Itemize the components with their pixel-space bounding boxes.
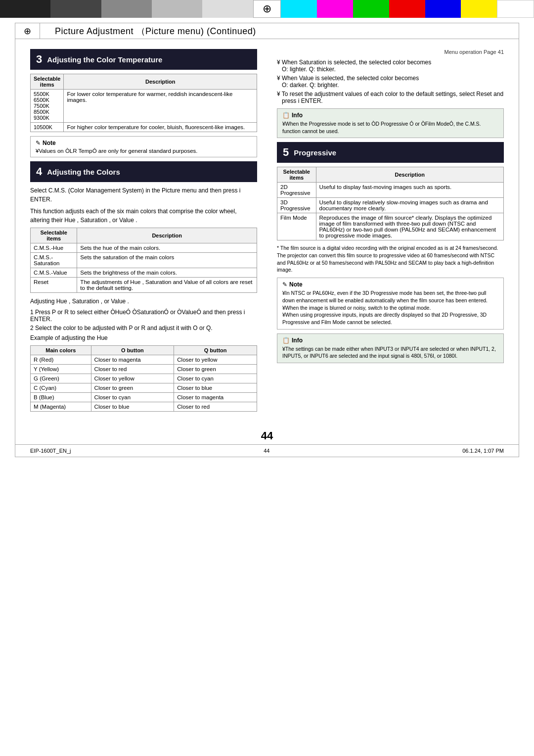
section4-intro1: Select C.M.S. (Color Management System) … (30, 186, 257, 204)
section3-number: 3 (36, 53, 42, 66)
white-bar (497, 0, 534, 18)
main-content: 3 Adjusting the Color Temperature Select… (15, 39, 519, 425)
page-number-display: 44 (15, 425, 519, 444)
s5-desc-3d: Useful to display relatively slow-moving… (316, 198, 504, 213)
section5-note: ✎ Note ¥In NTSC or PAL60Hz, even if the … (277, 278, 504, 329)
section4-heading: 4 Adjusting the Colors (30, 161, 257, 182)
info1-text: ¥When the Progressive mode is set to ÒD … (282, 120, 498, 135)
s4-desc-value: Sets the brightness of the main colors. (77, 268, 257, 278)
hue-col2: O button (91, 346, 174, 355)
section3-note-title: ✎ Note (36, 140, 252, 146)
s4-item-hue: C.M.S.-Hue (31, 243, 77, 253)
hue-color-yellow: Y (Yellow) (31, 365, 91, 374)
section5-note-title: ✎ Note (282, 281, 498, 288)
section3-row-2: 10500K For higher color temperature for … (31, 123, 257, 132)
section3-item-2: 10500K (31, 123, 64, 132)
note-icon-5: ✎ (282, 281, 287, 288)
s4-desc-saturation: Sets the saturation of the main colors (77, 253, 257, 268)
hue-q-cyan: Closer to blue (174, 383, 257, 393)
top-right-color-bars (281, 0, 534, 18)
hue-row-yellow: Y (Yellow) Closer to red Closer to green (31, 365, 257, 374)
hue-color-cyan: C (Cyan) (31, 383, 91, 393)
hue-q-red: Closer to yellow (174, 355, 257, 365)
yellow-bar (461, 0, 497, 18)
section3-desc-2: For higher color temperature for cooler,… (64, 123, 257, 132)
s5-desc-2d: Useful to display fast-moving images suc… (316, 183, 504, 198)
hue-row-red: R (Red) Closer to magenta Closer to yell… (31, 355, 257, 365)
info-box-2: 📋 Info ¥The settings can be made either … (277, 333, 504, 363)
hue-row-green: G (Green) Closer to yellow Closer to cya… (31, 374, 257, 383)
bullet-reset: To reset the adjustment values of each c… (277, 91, 504, 104)
info1-title: 📋 Info (282, 112, 498, 119)
magenta-bar (317, 0, 353, 18)
hue-o-yellow: Closer to red (91, 365, 174, 374)
s5-row-film: Film Mode Reproduces the image of film s… (277, 213, 504, 240)
hue-q-blue: Closer to magenta (174, 393, 257, 402)
hue-q-yellow: Closer to green (174, 365, 257, 374)
section5-number: 5 (283, 146, 289, 159)
menu-operation-line: Menu operation Page 41 (277, 49, 504, 55)
section3-note: ✎ Note ¥Values on ÒLR TempÓ are only for… (30, 136, 257, 157)
hue-row-magenta: M (Magenta) Closer to blue Closer to red (31, 402, 257, 412)
section3-note-text: ¥Values on ÒLR TempÓ are only for genera… (36, 148, 252, 154)
gray-bar-5 (202, 0, 253, 18)
bullet-value: When Value is selected, the selected col… (277, 75, 504, 89)
blue-bar (425, 0, 461, 18)
s5-col1: Selectableitems (277, 167, 316, 183)
section4-step-title: Adjusting Hue , Saturation , or Value . (30, 297, 257, 306)
section4-title: Adjusting the Colors (47, 168, 120, 176)
page-title-text: Picture Adjustment （Picture menu) (Conti… (55, 25, 256, 37)
hue-color-blue: B (Blue) (31, 393, 91, 402)
hue-o-blue: Closer to cyan (91, 393, 174, 402)
info-icon-1: 📋 (282, 112, 290, 119)
s5-item-2d: 2D Progressive (277, 183, 316, 198)
info-box-1: 📋 Info ¥When the Progressive mode is set… (277, 108, 504, 138)
left-column: 3 Adjusting the Color Temperature Select… (30, 49, 262, 416)
gray-bar-3 (101, 0, 152, 18)
s4-desc-hue: Sets the hue of the main colors. (77, 243, 257, 253)
green-bar (353, 0, 389, 18)
hue-o-red: Closer to magenta (91, 355, 174, 365)
section3-heading: 3 Adjusting the Color Temperature (30, 49, 257, 70)
section4-table1: Selectable items Description C.M.S.-Hue … (30, 228, 257, 293)
s4-desc-reset: The adjustments of Hue , Saturation and … (77, 278, 257, 293)
info2-title: 📋 Info (282, 337, 498, 344)
s5-item-3d: 3D Progressive (277, 198, 316, 213)
section5-table: Selectableitems Description 2D Progressi… (277, 167, 504, 240)
section5-heading: 5 Progressive (277, 142, 504, 163)
hue-row-blue: B (Blue) Closer to cyan Closer to magent… (31, 393, 257, 402)
gray-bar-4 (152, 0, 202, 18)
s5-row-3d: 3D Progressive Useful to display relativ… (277, 198, 504, 213)
section3-item-1: 5500K 6500K 7500K 8500K 9300K (31, 90, 64, 123)
right-column: Menu operation Page 41 When Saturation i… (272, 49, 504, 416)
s4-item-value: C.M.S.-Value (31, 268, 77, 278)
hue-color-green: G (Green) (31, 374, 91, 383)
page-container: ⊕ Picture Adjustment （Picture menu) (Con… (15, 23, 519, 457)
section3-table: Selectableitems Description 5500K 6500K … (30, 74, 257, 132)
footer-left: EIP-1600T_EN_j (30, 448, 71, 454)
s5-row-2d: 2D Progressive Useful to display fast-mo… (277, 183, 504, 198)
top-color-bars: ⊕ (0, 0, 534, 18)
hue-o-green: Closer to yellow (91, 374, 174, 383)
hue-o-magenta: Closer to blue (91, 402, 174, 412)
section3-desc-1: For lower color temperature for warmer, … (64, 90, 257, 123)
crosshair-icon-2: ⊕ (24, 26, 31, 37)
hue-color-red: R (Red) (31, 355, 91, 365)
info2-text: ¥The settings can be made either when IN… (282, 345, 498, 360)
page-num-text: 44 (261, 429, 273, 442)
section3-col-header-2: Description (64, 74, 257, 90)
info1-label: Info (292, 112, 303, 119)
s4-row-reset: Reset The adjustments of Hue , Saturatio… (31, 278, 257, 293)
crosshair-icon: ⊕ (263, 2, 271, 15)
section5-note-label: Note (289, 281, 303, 288)
s5-col2: Description (316, 167, 504, 183)
footer-center: 44 (264, 448, 269, 454)
section4-step2: 2 Select the color to be adjusted with P… (30, 325, 257, 331)
s4-col1: Selectable items (31, 228, 77, 243)
hue-col1: Main colors (31, 346, 91, 355)
section4-number: 4 (36, 165, 42, 178)
hue-table: Main colors O button Q button R (Red) Cl… (30, 345, 257, 412)
section4-intro2: This function adjusts each of the six ma… (30, 207, 257, 225)
page-footer: EIP-1600T_EN_j 44 06.1.24, 1:07 PM (15, 444, 519, 457)
page-title: Picture Adjustment （Picture menu) (Conti… (40, 23, 519, 39)
